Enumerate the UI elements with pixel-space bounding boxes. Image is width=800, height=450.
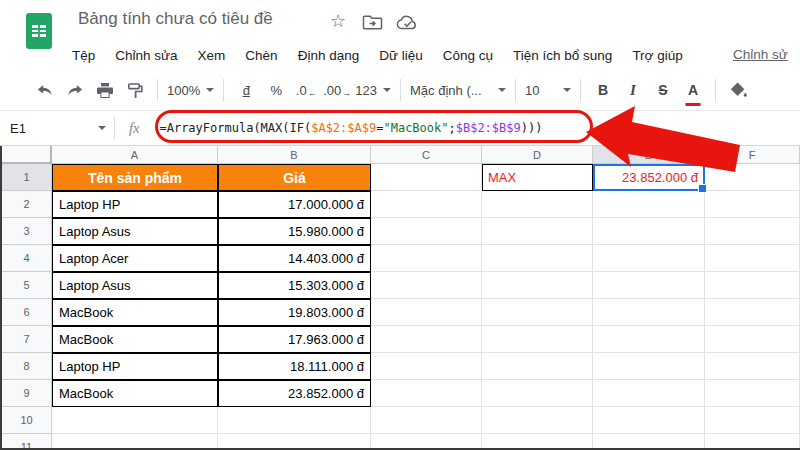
cell-A5[interactable]: Laptop Asus [52, 272, 218, 299]
row-header-4[interactable]: 4 [2, 245, 52, 272]
cell-C2[interactable] [371, 191, 482, 218]
cell-F9[interactable] [705, 380, 800, 407]
cell-F10[interactable] [705, 407, 800, 434]
row-header-6[interactable]: 6 [2, 299, 52, 326]
cell-C8[interactable] [371, 353, 482, 380]
cell-D10[interactable] [482, 407, 593, 434]
cell-A4[interactable]: Laptop Acer [52, 245, 218, 272]
cell-D6[interactable] [482, 299, 593, 326]
cell-A10[interactable] [52, 407, 218, 434]
cell-B10[interactable] [218, 407, 371, 434]
cell-D9[interactable] [482, 380, 593, 407]
cell-F7[interactable] [705, 326, 800, 353]
cell-D2[interactable] [482, 191, 593, 218]
cell-B8[interactable]: 18.111.000 đ [218, 353, 371, 380]
row-header-8[interactable]: 8 [2, 353, 52, 380]
cell-D8[interactable] [482, 353, 593, 380]
cell-C9[interactable] [371, 380, 482, 407]
spreadsheet-grid: ABCDEF1234567891011Tên sản phẩmGiáLaptop… [0, 0, 800, 450]
cell-E1-selected[interactable]: 23.852.000 đ [593, 164, 705, 191]
cell-D4[interactable] [482, 245, 593, 272]
cell-D1[interactable]: MAX [482, 164, 593, 191]
cell-E7[interactable] [593, 326, 705, 353]
google-sheets-window: Bảng tính chưa có tiêu đề ☆ TệpChỉnh sửa… [0, 0, 800, 450]
cell-F8[interactable] [705, 353, 800, 380]
cell-F5[interactable] [705, 272, 800, 299]
cell-E8[interactable] [593, 353, 705, 380]
cell-B9[interactable]: 23.852.000 đ [218, 380, 371, 407]
column-header-E[interactable]: E [593, 146, 705, 164]
cell-A8[interactable]: Laptop HP [52, 353, 218, 380]
cell-F1[interactable] [705, 164, 800, 191]
cell-E9[interactable] [593, 380, 705, 407]
cell-B2[interactable]: 17.000.000 đ [218, 191, 371, 218]
cell-E6[interactable] [593, 299, 705, 326]
cell-A7[interactable]: MacBook [52, 326, 218, 353]
cell-A1[interactable]: Tên sản phẩm [52, 164, 218, 191]
cell-D3[interactable] [482, 218, 593, 245]
cell-A6[interactable]: MacBook [52, 299, 218, 326]
cell-F3[interactable] [705, 218, 800, 245]
cell-F2[interactable] [705, 191, 800, 218]
cell-A3[interactable]: Laptop Asus [52, 218, 218, 245]
select-all-corner[interactable] [2, 146, 52, 164]
cell-B6[interactable]: 19.803.000 đ [218, 299, 371, 326]
cell-C7[interactable] [371, 326, 482, 353]
cell-E3[interactable] [593, 218, 705, 245]
row-header-7[interactable]: 7 [2, 326, 52, 353]
cell-E4[interactable] [593, 245, 705, 272]
row-header-10[interactable]: 10 [2, 407, 52, 434]
row-header-1[interactable]: 1 [2, 164, 52, 191]
column-header-D[interactable]: D [482, 146, 593, 164]
column-header-F[interactable]: F [705, 146, 800, 164]
cell-B1[interactable]: Giá [218, 164, 371, 191]
row-header-5[interactable]: 5 [2, 272, 52, 299]
cell-E2[interactable] [593, 191, 705, 218]
cell-A2[interactable]: Laptop HP [52, 191, 218, 218]
cell-C5[interactable] [371, 272, 482, 299]
row-header-9[interactable]: 9 [2, 380, 52, 407]
cell-E5[interactable] [593, 272, 705, 299]
row-header-3[interactable]: 3 [2, 218, 52, 245]
column-header-A[interactable]: A [52, 146, 218, 164]
cell-A9[interactable]: MacBook [52, 380, 218, 407]
cell-F6[interactable] [705, 299, 800, 326]
cell-C4[interactable] [371, 245, 482, 272]
cell-E10[interactable] [593, 407, 705, 434]
column-header-C[interactable]: C [371, 146, 482, 164]
cell-C3[interactable] [371, 218, 482, 245]
cell-C6[interactable] [371, 299, 482, 326]
cell-D7[interactable] [482, 326, 593, 353]
cell-C1[interactable] [371, 164, 482, 191]
cell-B3[interactable]: 15.980.000 đ [218, 218, 371, 245]
cell-B5[interactable]: 15.303.000 đ [218, 272, 371, 299]
cell-D5[interactable] [482, 272, 593, 299]
row-header-2[interactable]: 2 [2, 191, 52, 218]
window-edge-left [0, 146, 2, 450]
cell-C10[interactable] [371, 407, 482, 434]
fill-handle[interactable] [698, 184, 707, 193]
cell-B7[interactable]: 17.963.000 đ [218, 326, 371, 353]
cell-B4[interactable]: 14.403.000 đ [218, 245, 371, 272]
cell-F4[interactable] [705, 245, 800, 272]
column-header-B[interactable]: B [218, 146, 371, 164]
